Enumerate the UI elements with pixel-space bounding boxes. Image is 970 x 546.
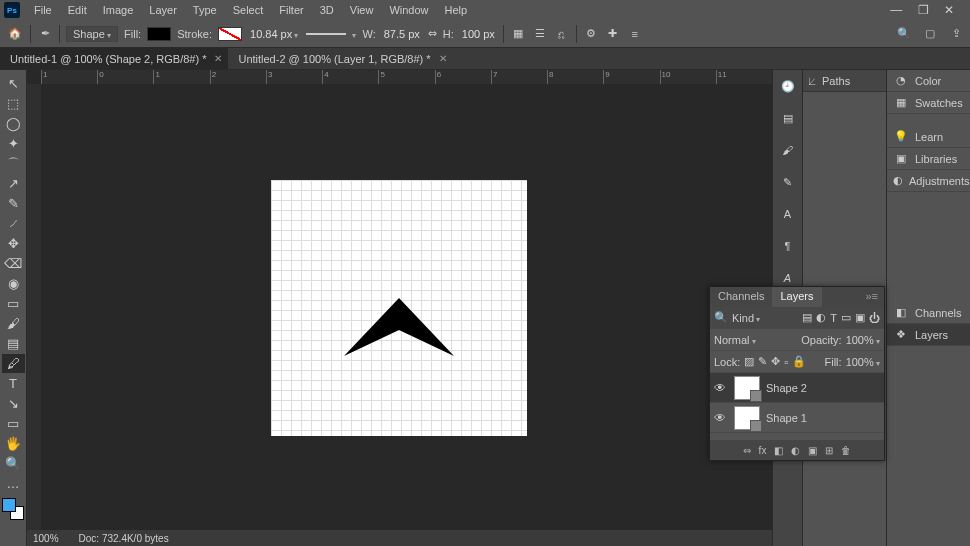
zoom-level[interactable]: 100%: [33, 533, 59, 544]
menu-3d[interactable]: 3D: [312, 2, 342, 18]
layer-thumbnail[interactable]: [734, 376, 760, 400]
filter-kind-select[interactable]: Kind: [732, 312, 760, 324]
layers-panel[interactable]: Channels Layers »≡ 🔍 Kind ▤ ◐ T ▭ ▣ ⏻ No…: [709, 286, 885, 461]
move-tool[interactable]: ↖: [2, 74, 25, 93]
character-icon[interactable]: A: [778, 204, 798, 224]
layer-thumbnail[interactable]: [734, 406, 760, 430]
panel-tab-adjustments[interactable]: ◐Adjustments: [887, 170, 970, 192]
menu-edit[interactable]: Edit: [60, 2, 95, 18]
filter-toggle-icon[interactable]: ⏻: [869, 312, 880, 324]
visibility-icon[interactable]: 👁: [714, 381, 728, 395]
brush-settings-icon[interactable]: ✎: [778, 172, 798, 192]
stroke-style-dd[interactable]: [352, 28, 356, 40]
fill-field[interactable]: 100%: [846, 356, 880, 368]
canvas-area[interactable]: 101234567891011 100% Doc: 732.4K/0 bytes: [27, 70, 772, 546]
mask-icon[interactable]: ◧: [774, 445, 783, 456]
layer-name[interactable]: Shape 1: [766, 412, 807, 424]
menu-file[interactable]: File: [26, 2, 60, 18]
brush-tool[interactable]: ⟋: [2, 214, 25, 233]
document-tab-2[interactable]: Untitled-2 @ 100% (Layer 1, RGB/8#) * ✕: [228, 48, 452, 69]
search-icon[interactable]: 🔍: [896, 26, 912, 42]
filter-shape-icon[interactable]: ▭: [841, 311, 851, 324]
crop-tool[interactable]: ⌒: [2, 154, 25, 173]
zoom-tool[interactable]: 🔍: [2, 454, 25, 473]
clone-stamp-tool[interactable]: ✥: [2, 234, 25, 253]
tab-layers[interactable]: Layers: [772, 287, 821, 307]
eyedropper-tool[interactable]: ↗: [2, 174, 25, 193]
link-wh-icon[interactable]: ⇔: [428, 27, 437, 40]
layer-name[interactable]: Shape 2: [766, 382, 807, 394]
window-controls[interactable]: — ❐ ✕: [880, 3, 970, 17]
panel-tab-channels[interactable]: ◧Channels: [887, 302, 970, 324]
lock-position-icon[interactable]: ✥: [771, 355, 780, 368]
menu-window[interactable]: Window: [381, 2, 436, 18]
type-tool[interactable]: T: [2, 374, 25, 393]
fill-swatch[interactable]: [147, 27, 171, 41]
marquee-tool[interactable]: ⬚: [2, 94, 25, 113]
menu-help[interactable]: Help: [437, 2, 476, 18]
layer-row[interactable]: 👁 Shape 2: [710, 373, 884, 403]
menu-filter[interactable]: Filter: [271, 2, 311, 18]
home-icon[interactable]: 🏠: [6, 25, 24, 43]
hand-tool[interactable]: 🖐: [2, 434, 25, 453]
panel-tab-learn[interactable]: 💡Learn: [887, 126, 970, 148]
dodge-tool[interactable]: ▤: [2, 334, 25, 353]
lock-artboard-icon[interactable]: ▫: [784, 356, 788, 368]
workspace-icon[interactable]: ▢: [922, 26, 938, 42]
rectangle-tool[interactable]: ▭: [2, 414, 25, 433]
link-layers-icon[interactable]: ⇔: [743, 445, 751, 456]
gradient-tool[interactable]: ▭: [2, 294, 25, 313]
tool-mode-select[interactable]: Shape: [66, 26, 118, 42]
panel-tab-layers[interactable]: ❖Layers: [887, 324, 970, 346]
rubber-band-icon[interactable]: ✚: [605, 26, 621, 42]
history-brush-tool[interactable]: ⌫: [2, 254, 25, 273]
lock-image-icon[interactable]: ✎: [758, 355, 767, 368]
arrange-icon[interactable]: ⎌: [554, 26, 570, 42]
menu-select[interactable]: Select: [225, 2, 272, 18]
share-icon[interactable]: ⇪: [948, 26, 964, 42]
lock-all-icon[interactable]: 🔒: [792, 355, 806, 368]
width-field[interactable]: 87.5 px: [382, 27, 422, 41]
align-icon[interactable]: ☰: [532, 26, 548, 42]
align-edges-icon[interactable]: ≡: [627, 26, 643, 42]
filter-type-icon[interactable]: T: [830, 312, 837, 324]
delete-layer-icon[interactable]: 🗑: [841, 445, 851, 456]
document-tab-1[interactable]: Untitled-1 @ 100% (Shape 2, RGB/8#) * ✕: [0, 48, 228, 69]
panel-menu-icon[interactable]: »≡: [859, 287, 884, 307]
filter-search-icon[interactable]: 🔍: [714, 311, 728, 324]
panel-tab-swatches[interactable]: ▦Swatches: [887, 92, 970, 114]
filter-adjust-icon[interactable]: ◐: [816, 311, 826, 324]
paragraph-icon[interactable]: ¶: [778, 236, 798, 256]
pen-tool[interactable]: 🖊: [2, 354, 25, 373]
document-canvas[interactable]: [271, 180, 527, 436]
group-icon[interactable]: ▣: [808, 445, 817, 456]
glyphs-icon[interactable]: A: [778, 268, 798, 288]
history-icon[interactable]: 🕘: [778, 76, 798, 96]
paths-tab[interactable]: ⟀ Paths: [803, 70, 886, 92]
height-field[interactable]: 100 px: [460, 27, 497, 41]
panel-tab-color[interactable]: ◔Color: [887, 70, 970, 92]
pen-tool-icon[interactable]: ✒: [37, 26, 53, 42]
opacity-field[interactable]: 100%: [846, 334, 880, 346]
blend-mode-select[interactable]: Normal: [714, 334, 797, 346]
menu-image[interactable]: Image: [95, 2, 142, 18]
gear-icon[interactable]: ⚙: [583, 26, 599, 42]
stroke-swatch[interactable]: [218, 27, 242, 41]
path-op-combine-icon[interactable]: ▦: [510, 26, 526, 42]
properties-icon[interactable]: ▤: [778, 108, 798, 128]
menu-type[interactable]: Type: [185, 2, 225, 18]
blur-tool[interactable]: 🖌: [2, 314, 25, 333]
close-icon[interactable]: ✕: [214, 53, 222, 64]
path-select-tool[interactable]: ↘: [2, 394, 25, 413]
stroke-style[interactable]: [306, 33, 346, 35]
eraser-tool[interactable]: ◉: [2, 274, 25, 293]
adjustment-layer-icon[interactable]: ◐: [791, 445, 800, 456]
menu-layer[interactable]: Layer: [141, 2, 185, 18]
healing-tool[interactable]: ✎: [2, 194, 25, 213]
edit-toolbar[interactable]: …: [2, 474, 25, 493]
lock-transparent-icon[interactable]: ▨: [744, 355, 754, 368]
fx-icon[interactable]: fx: [759, 445, 767, 456]
color-picker[interactable]: [2, 498, 24, 520]
brushes-icon[interactable]: 🖌: [778, 140, 798, 160]
filter-pixel-icon[interactable]: ▤: [802, 311, 812, 324]
